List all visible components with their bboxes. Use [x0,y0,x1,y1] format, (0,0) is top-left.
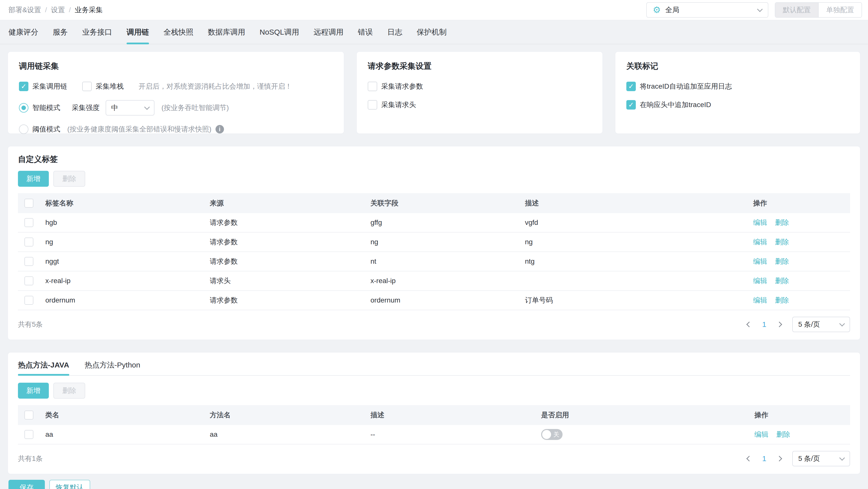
trace-to-header-checkbox[interactable]: ✓ 在响应头中追加traceID [626,100,711,109]
chevron-down-icon [757,6,763,12]
prev-page-icon[interactable] [746,456,752,462]
tag-actions-cell: 编辑 删除 [747,237,850,247]
next-page-icon[interactable] [777,456,782,462]
add-tag-button[interactable]: 新增 [18,171,49,187]
row-checkbox[interactable] [24,257,33,266]
restore-default-button[interactable]: 恢复默认 [49,480,90,489]
trace-to-log-checkbox[interactable]: ✓ 将traceID自动追加至应用日志 [626,82,732,91]
trace-to-header-row: ✓ 在响应头中追加traceID [626,100,849,109]
edit-link[interactable]: 编辑 [753,296,767,304]
custom-tags-table-header: 标签名称 来源 关联字段 描述 操作 [18,193,850,213]
collect-params-checkbox[interactable]: 采集请求参数 [368,82,423,91]
select-all-cell [18,199,45,208]
page-size-select[interactable]: 5 条/页 [792,317,850,332]
delete-tag-button[interactable]: 删除 [53,171,85,187]
collect-stack-label: 采集堆栈 [96,82,124,91]
add-method-button[interactable]: 新增 [18,383,49,399]
correlation-title: 关联标记 [626,61,849,72]
tab-log[interactable]: 日志 [387,27,402,44]
column-header-source: 来源 [210,198,370,208]
delete-link[interactable]: 删除 [776,430,790,438]
delete-link[interactable]: 删除 [775,238,789,246]
tag-actions-cell: 编辑 删除 [747,276,850,286]
row-checkbox[interactable] [24,237,33,247]
save-button[interactable]: 保存 [8,480,45,489]
next-page-icon[interactable] [777,322,782,327]
chevron-down-icon [839,321,845,327]
tab-remote-call[interactable]: 远程调用 [313,27,343,44]
column-header-desc: 描述 [525,198,747,208]
tag-source-cell: 请求参数 [210,296,370,305]
tab-business-api[interactable]: 业务接口 [82,27,112,44]
page-size-value: 5 条/页 [798,320,820,329]
hot-methods-toolbar: 新增 删除 [18,383,850,399]
tag-actions-cell: 编辑 删除 [747,296,850,305]
tab-health-score[interactable]: 健康评分 [8,27,38,44]
collect-headers-checkbox[interactable]: 采集请求头 [368,100,416,109]
table-row: aa aa -- 关 编辑 删除 [18,425,850,445]
hot-methods-tabs: 热点方法-JAVA 热点方法-Python [18,360,850,376]
trace-to-header-label: 在响应头中追加traceID [640,100,711,109]
prev-page-icon[interactable] [746,322,752,327]
edit-link[interactable]: 编辑 [753,257,767,265]
info-icon[interactable]: i [216,125,224,133]
tab-fullstack-snapshot[interactable]: 全栈快照 [163,27,193,44]
trace-collection-title: 调用链采集 [19,61,333,72]
tab-service[interactable]: 服务 [53,27,68,44]
page-number[interactable]: 1 [762,320,766,329]
checkbox-checked-icon: ✓ [19,82,28,91]
tab-error[interactable]: 错误 [358,27,373,44]
tabbar: 健康评分 服务 业务接口 调用链 全栈快照 数据库调用 NoSQL调用 远程调用… [0,21,868,44]
correlation-card: 关联标记 ✓ 将traceID自动追加至应用日志 ✓ 在响应头中追加traceI… [615,51,861,134]
row-checkbox[interactable] [24,218,33,227]
request-params-card: 请求参数采集设置 采集请求参数 采集请求头 [356,51,603,134]
collect-trace-checkbox[interactable]: ✓ 采集调用链 [19,82,67,91]
row-checkbox[interactable] [24,430,33,439]
tab-protection[interactable]: 保护机制 [416,27,446,44]
tab-nosql-call[interactable]: NoSQL调用 [259,27,299,44]
edit-link[interactable]: 编辑 [754,430,768,438]
settings-cards-row: 调用链采集 ✓ 采集调用链 采集堆栈 开启后，对系统资源消耗占比会增加，谨慎开启… [7,51,861,134]
edit-link[interactable]: 编辑 [753,238,767,246]
custom-tags-section: 自定义标签 新增 删除 标签名称 来源 关联字段 描述 操作 hgb 请求参数 … [7,146,861,340]
checkbox-unchecked-icon [368,100,377,109]
tag-source-cell: 请求参数 [210,257,370,266]
threshold-mode-radio[interactable] [19,125,28,134]
edit-link[interactable]: 编辑 [753,277,767,285]
delete-method-button[interactable]: 删除 [53,383,85,399]
delete-link[interactable]: 删除 [775,296,789,304]
delete-link[interactable]: 删除 [775,277,789,285]
tab-database-call[interactable]: 数据库调用 [208,27,245,44]
page-size-select[interactable]: 5 条/页 [792,451,850,466]
delete-link[interactable]: 删除 [775,219,789,226]
tab-hot-methods-python[interactable]: 热点方法-Python [85,360,140,375]
tab-trace[interactable]: 调用链 [127,27,149,44]
trace-to-log-row: ✓ 将traceID自动追加至应用日志 [626,82,849,91]
collect-stack-checkbox[interactable]: 采集堆栈 [82,82,124,91]
enable-toggle[interactable]: 关 [541,429,563,440]
page-number[interactable]: 1 [762,454,766,463]
row-checkbox[interactable] [24,276,33,285]
breadcrumb-item[interactable]: 部署&设置 [8,5,41,15]
edit-link[interactable]: 编辑 [753,219,767,226]
select-all-checkbox[interactable] [24,411,33,420]
separate-config-button[interactable]: 单独配置 [818,3,862,17]
row-checkbox[interactable] [24,296,33,305]
select-all-checkbox[interactable] [24,199,33,208]
breadcrumb-item[interactable]: 设置 [51,5,65,15]
intensity-label: 采集强度 [72,103,100,112]
tag-desc-cell: ng [525,238,747,246]
default-config-button[interactable]: 默认配置 [775,3,818,17]
delete-link[interactable]: 删除 [775,257,789,265]
threshold-mode-row: 阈值模式 (按业务健康度阈值采集全部错误和慢请求快照) i [19,125,333,134]
scope-select-value: 全局 [665,5,679,15]
table-row: x-real-ip 请求头 x-real-ip 编辑 删除 [18,271,850,291]
intensity-select[interactable]: 中 [105,100,154,116]
collect-params-label: 采集请求参数 [381,82,423,91]
tab-hot-methods-java[interactable]: 热点方法-JAVA [18,360,69,375]
checkbox-unchecked-icon [368,82,377,91]
scope-select[interactable]: ⚙ 全局 [646,2,768,18]
page-size-value: 5 条/页 [798,454,820,463]
collect-headers-row: 采集请求头 [368,100,591,109]
smart-mode-radio[interactable] [19,103,28,112]
